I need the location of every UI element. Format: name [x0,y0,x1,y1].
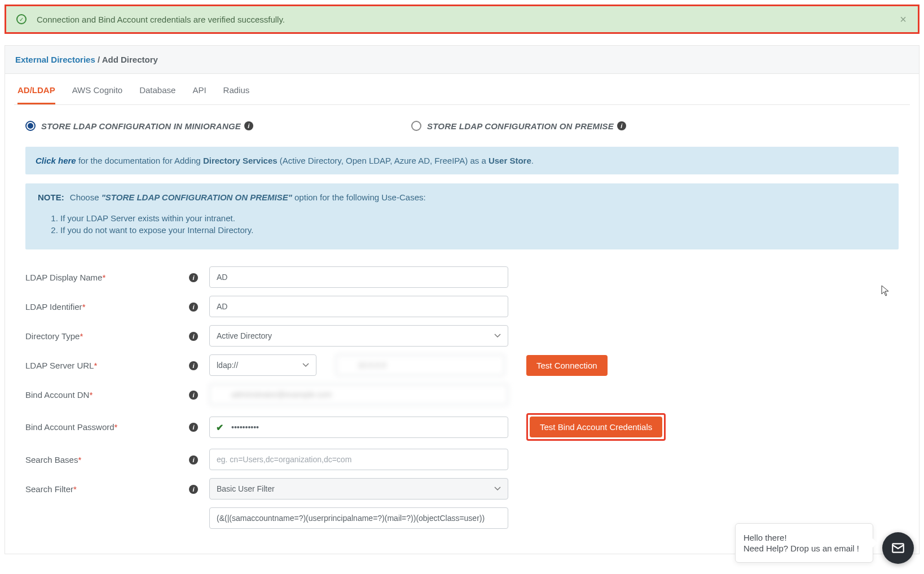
tabs: AD/LDAP AWS Cognito Database API Radius [14,74,910,105]
info-icon[interactable]: i [617,121,626,130]
info-icon[interactable]: i [189,361,198,370]
info-icon[interactable]: i [189,485,198,494]
radio-onprem-label: STORE LDAP CONFIGURATION ON PREMISE i [427,121,626,131]
breadcrumb-separator: / [98,55,102,64]
label-bind-password: Bind Account Password* [25,422,117,432]
bind-dn-input[interactable] [209,384,508,405]
search-bases-input[interactable] [209,449,508,470]
ldap-form: LDAP Display Name* i LDAP Identifier* i [25,266,899,529]
tab-adldap[interactable]: AD/LDAP [17,74,55,104]
server-host-input[interactable] [336,354,505,376]
label-directory-type: Directory Type* [25,331,83,341]
main-panel: External Directories / Add Directory AD/… [5,45,919,554]
display-name-input[interactable] [209,266,508,288]
info-icon[interactable]: i [189,423,198,432]
check-circle-icon: ✓ [16,14,27,24]
search-filter-query-input[interactable] [209,507,508,529]
tab-api[interactable]: API [192,74,206,104]
info-icon[interactable]: i [244,121,253,130]
test-connection-button[interactable]: Test Connection [526,355,608,376]
info-icon[interactable]: i [189,332,198,341]
bind-password-input[interactable] [209,417,508,438]
help-line-1: Hello there! [743,533,859,542]
breadcrumb-current: Add Directory [102,55,158,64]
highlight-box: Test Bind Account Credentials [526,413,666,441]
chat-fab[interactable] [882,532,914,559]
info-icon[interactable]: i [189,273,198,282]
note-item-1: If your LDAP Server exists within your i… [60,213,886,223]
doc-help-box: Click here for the documentation for Add… [25,147,899,174]
test-bind-button[interactable]: Test Bind Account Credentials [530,417,662,437]
info-icon[interactable]: i [189,303,198,312]
radio-miniorange[interactable] [25,121,36,131]
directory-type-select[interactable]: Active Directory [209,325,508,347]
checkmark-icon: ✔ [216,422,223,432]
breadcrumb: External Directories / Add Directory [5,46,919,74]
label-server-url: LDAP Server URL* [25,361,97,370]
label-search-filter: Search Filter* [25,484,77,494]
alert-message: Connection and Bind Account credentials … [37,15,285,24]
breadcrumb-root-link[interactable]: External Directories [15,55,95,64]
tab-aws-cognito[interactable]: AWS Cognito [72,74,122,104]
protocol-select[interactable]: ldap:// [209,354,316,376]
label-search-bases: Search Bases* [25,455,81,465]
radio-onprem[interactable] [411,121,421,131]
identifier-input[interactable] [209,296,508,317]
note-box: NOTE: Choose "STORE LDAP CONFIGURATION O… [25,183,899,249]
help-popover: Hello there! Need Help? Drop us an email… [735,523,873,559]
help-line-2: Need Help? Drop us an email ! [743,544,859,553]
label-bind-dn: Bind Account DN* [25,390,93,400]
info-icon[interactable]: i [189,455,198,465]
search-filter-type-select[interactable]: Basic User Filter [209,478,508,499]
label-display-name: LDAP Display Name* [25,273,105,282]
tab-database[interactable]: Database [139,74,175,104]
label-identifier: LDAP Identifier* [25,302,85,312]
radio-miniorange-label: STORE LDAP CONFIGURATION IN MINIORANGE i [41,121,253,131]
success-alert: ✓ Connection and Bind Account credential… [5,5,919,34]
note-item-2: If you do not want to expose your Intern… [60,225,886,235]
tab-radius[interactable]: Radius [223,74,250,104]
storage-radio-group: STORE LDAP CONFIGURATION IN MINIORANGE i… [14,105,910,147]
mail-icon [891,541,905,555]
info-icon[interactable]: i [189,391,198,400]
note-label: NOTE: [38,192,64,202]
close-icon[interactable]: × [900,13,907,26]
click-here-link[interactable]: Click here [36,156,76,165]
